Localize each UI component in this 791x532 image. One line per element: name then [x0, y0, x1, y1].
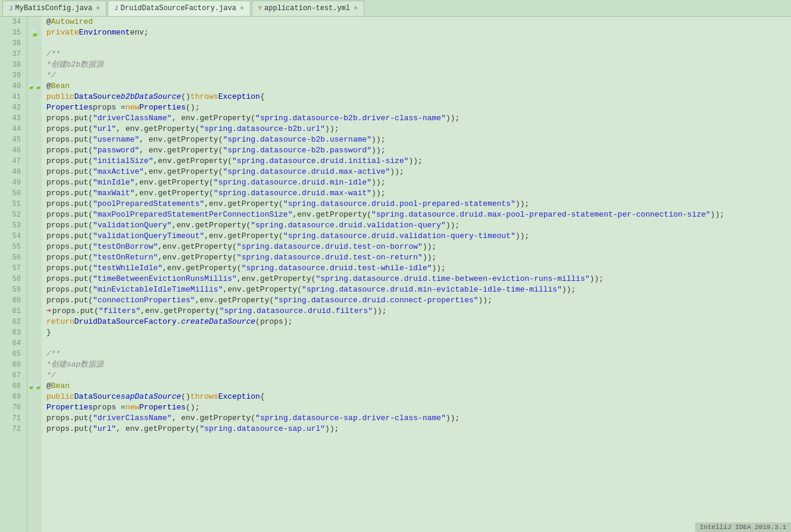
token-plain: )); [390, 167, 404, 177]
line-number: 46 [0, 145, 23, 156]
close-icon-mybatis[interactable]: × [96, 5, 100, 12]
token-plain: ,env.getProperty( [140, 306, 220, 317]
token-str: "spring.datasource.druid.min-idle" [214, 177, 371, 188]
token-str: "spring.datasource.druid.filters" [220, 306, 373, 317]
token-plain: ,env.getProperty( [223, 284, 302, 295]
tab-application[interactable]: Y application-test.yml × [252, 1, 364, 16]
token-str: "spring.datasource-sap.url" [199, 424, 325, 434]
code-line: props.put("url", env.getProperty("spring… [46, 424, 791, 434]
token-plain: () [181, 392, 190, 402]
token-str: "minEvictableIdleTimeMillis" [93, 284, 223, 295]
code-area[interactable]: @Autowired private Environment env; /** … [42, 17, 791, 532]
token-comment: * [46, 60, 51, 70]
line-number: 59 [0, 284, 23, 295]
code-line: * 创建sap数据源 [46, 359, 791, 370]
code-line: props.put("testOnReturn",env.getProperty… [46, 252, 791, 263]
tab-druid[interactable]: J DruidDataSourceFactory.java × [108, 1, 251, 16]
gutter-cell [27, 145, 42, 156]
token-plain: )); [711, 209, 724, 220]
token-plain: props.put( [46, 113, 93, 124]
code-line: */ [46, 70, 791, 81]
token-plain: props.put( [46, 284, 93, 295]
token-kw: public [46, 92, 74, 102]
token-plain: )); [432, 263, 446, 274]
close-icon-application[interactable]: × [354, 5, 358, 12]
token-plain: . [176, 317, 181, 327]
token-kw: private [46, 27, 79, 38]
gutter-cell [27, 199, 42, 209]
token-str: "validationQueryTimeout" [93, 231, 204, 242]
token-plain: props.put( [46, 134, 93, 145]
token-str: "timeBetweenEvictionRunsMillis" [93, 274, 237, 284]
token-str: "spring.datasource.druid.pool-prepared-s… [283, 199, 515, 209]
line-number: 42 [0, 102, 23, 113]
line-number: 61 [0, 306, 23, 317]
token-comment: /** [46, 49, 60, 60]
line-number: 55 [0, 242, 23, 252]
line-number: 35 [0, 27, 23, 38]
gutter-cell: 🍃🍃 [27, 81, 42, 92]
gutter-cell [27, 134, 42, 145]
token-plain: { [260, 92, 265, 102]
line-number: 39 [0, 70, 23, 81]
gutter-cell [27, 177, 42, 188]
token-plain: props.put( [46, 424, 93, 434]
token-plain: )); [409, 156, 423, 167]
code-line: props.put("minIdle",env.getProperty("spr… [46, 177, 791, 188]
token-str: "poolPreparedStatements" [93, 199, 204, 209]
token-kw: new [126, 402, 139, 413]
token-str: "spring.datasource.druid.max-pool-prepar… [371, 209, 711, 220]
token-plain: ,env.getProperty( [135, 177, 214, 188]
line-number: 54 [0, 231, 23, 242]
token-plain: (); [186, 102, 199, 113]
gutter-cell [27, 349, 42, 359]
gutter-cell [27, 284, 42, 295]
line-number: 62 [0, 317, 23, 327]
token-str: "spring.datasource.druid.max-wait" [214, 188, 371, 199]
token-str: "spring.datasource-sap.driver-class-name… [255, 413, 446, 424]
token-str: "maxWait" [93, 188, 135, 199]
token-plain: ,env.getProperty( [158, 252, 237, 263]
token-plain: )); [423, 252, 436, 263]
gutter-cell [27, 188, 42, 199]
token-plain: )); [325, 124, 339, 134]
line-number: 57 [0, 263, 23, 274]
code-line: @Autowired [46, 17, 791, 27]
gutter-cell [27, 231, 42, 242]
gutter-cell [27, 167, 42, 177]
gutter-cell [27, 370, 42, 381]
token-plain: ,env.getProperty( [162, 263, 242, 274]
token-str: "maxActive" [93, 167, 144, 177]
code-line: props.put("testWhileIdle",env.getPropert… [46, 263, 791, 274]
token-type: DruidDataSourceFactory [74, 317, 177, 327]
gutter: 🍃🍃🍃🍃🍃 [27, 17, 42, 532]
tab-label-druid: DruidDataSourceFactory.java [120, 4, 236, 12]
code-line: ➜ props.put("filters",env.getProperty("s… [46, 306, 791, 317]
token-kw: public [46, 392, 74, 402]
gutter-cell [27, 274, 42, 284]
tab-mybatis[interactable]: J MyBatisConfig.java × [2, 1, 107, 16]
line-number: 43 [0, 113, 23, 124]
code-line: Properties props = new Properties(); [46, 102, 791, 113]
code-line: @Bean [46, 81, 791, 92]
line-number: 60 [0, 295, 23, 306]
token-plain: props.put( [46, 220, 93, 231]
token-chinese: 创建sap数据源 [51, 359, 104, 370]
token-method: sapDataSource [121, 392, 181, 402]
code-line: return DruidDataSourceFactory.createData… [46, 317, 791, 327]
token-str: "validationQuery" [93, 220, 172, 231]
line-number: 68 [0, 381, 23, 392]
token-plain: props.put( [46, 177, 93, 188]
token-plain: props.put( [46, 124, 93, 134]
token-str: "maxPoolPreparedStatementPerConnectionSi… [93, 209, 292, 220]
line-number: 67 [0, 370, 23, 381]
line-number: 48 [0, 167, 23, 177]
gutter-cell [27, 252, 42, 263]
close-icon-druid[interactable]: × [240, 5, 244, 12]
code-line: @Bean [46, 381, 791, 392]
gutter-cell [27, 220, 42, 231]
gutter-cell [27, 102, 42, 113]
code-line: * 创建b2b数据源 [46, 60, 791, 70]
token-type: Properties [46, 102, 93, 113]
token-kw2: Bean [51, 381, 70, 392]
